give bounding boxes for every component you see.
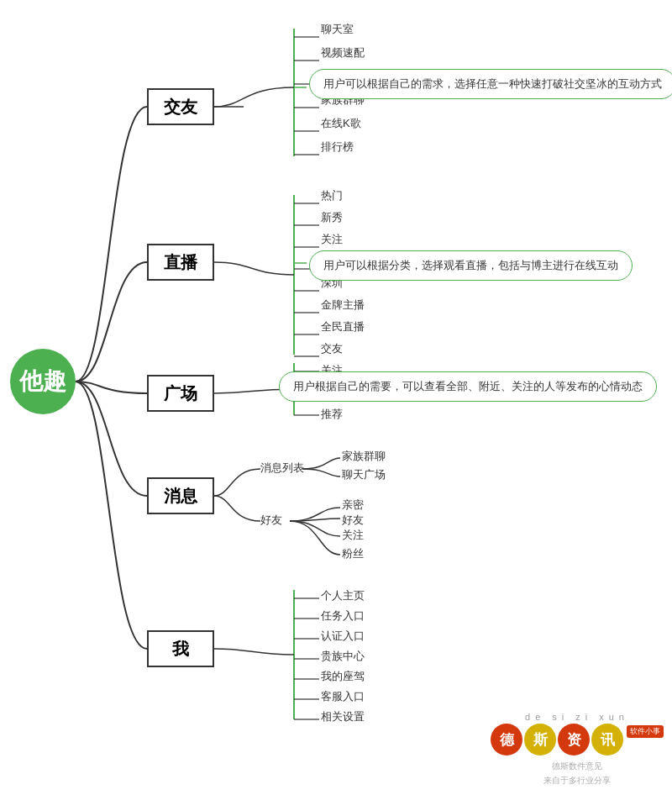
leaf-renwurk: 任务入口 bbox=[321, 608, 365, 624]
leaf-jiazuqunjiao2: 家族群聊 bbox=[342, 449, 386, 464]
leaf-zaixiankg: 在线K歌 bbox=[321, 116, 361, 131]
leaf-haoyou2: 好友 bbox=[342, 513, 364, 528]
wm-xun: 讯 bbox=[591, 724, 623, 756]
wm-de: 德 bbox=[491, 724, 522, 756]
root-node: 他趣 bbox=[10, 349, 76, 414]
watermark: de si zi xun 德 斯 资 讯 软件小事 bbox=[491, 712, 664, 787]
leaf-paihangbang: 排行榜 bbox=[321, 140, 354, 155]
note-jiaoyou: 用户可以根据自己的需求，选择任意一种快速打破社交坚冰的互动方式 bbox=[309, 69, 672, 99]
leaf-gerenzhuy: 个人主页 bbox=[321, 588, 365, 603]
leaf-guizhou: 贵族中心 bbox=[321, 649, 365, 664]
leaf-zhibo-quanmin: 全民直播 bbox=[321, 319, 365, 334]
leaf-shipinsupei: 视频速配 bbox=[321, 45, 365, 61]
branch-xiaoxi: 消息 bbox=[147, 477, 214, 514]
branch-wo: 我 bbox=[147, 630, 214, 667]
leaf-zhibo-remen: 热门 bbox=[321, 188, 343, 203]
leaf-kefu: 客服入口 bbox=[321, 689, 365, 704]
branch-guangchang: 广场 bbox=[147, 375, 214, 412]
branch-zhibo: 直播 bbox=[147, 244, 214, 281]
leaf-liaotianguangchang: 聊天广场 bbox=[342, 467, 386, 482]
leaf-guanzhu2: 关注 bbox=[342, 528, 364, 543]
leaf-zhibo-guanzhu: 关注 bbox=[321, 232, 343, 247]
subbranch-xiaoxiliebiao: 消息列表 bbox=[260, 461, 304, 476]
leaf-zhibo-jinpai: 金牌主播 bbox=[321, 297, 365, 313]
leaf-zhibo-jiaoyou: 交友 bbox=[321, 341, 343, 356]
leaf-xiangguan: 相关设置 bbox=[321, 709, 365, 724]
leaf-renzhengrl: 认证入口 bbox=[321, 629, 365, 644]
watermark-icons: 德 斯 资 讯 bbox=[491, 724, 623, 756]
note-zhibo: 用户可以根据分类，选择观看直播，包括与博主进行在线互动 bbox=[309, 250, 633, 281]
leaf-wozuoji: 我的座驾 bbox=[321, 669, 365, 684]
watermark-sub1: 德斯数件意见 bbox=[552, 761, 602, 772]
watermark-pinyin: de si zi xun bbox=[525, 712, 629, 722]
branch-jiaoyou: 交友 bbox=[147, 88, 214, 125]
wm-si: 斯 bbox=[524, 724, 556, 756]
leaf-zhibo-xinxiu: 新秀 bbox=[321, 210, 343, 225]
leaf-qinmi: 亲密 bbox=[342, 498, 364, 513]
leaf-gc-tuijian: 推荐 bbox=[321, 407, 343, 422]
mindmap-container: 他趣 交友 聊天室 视频速配 语音速配 家族群聊 在线K歌 排行榜 用户可以根据… bbox=[0, 0, 672, 795]
leaf-liaotianshi: 聊天室 bbox=[321, 22, 354, 37]
root-label: 他趣 bbox=[19, 366, 66, 398]
watermark-sub2: 来自于多行业分享 bbox=[543, 775, 611, 787]
note-guangchang: 用户根据自己的需要，可以查看全部、附近、关注的人等发布的心情动态 bbox=[279, 371, 657, 402]
wm-zi: 资 bbox=[558, 724, 590, 756]
leaf-fensi: 粉丝 bbox=[342, 546, 364, 561]
subbranch-haoyou: 好友 bbox=[260, 513, 282, 528]
wm-badge: 软件小事 bbox=[627, 725, 664, 738]
